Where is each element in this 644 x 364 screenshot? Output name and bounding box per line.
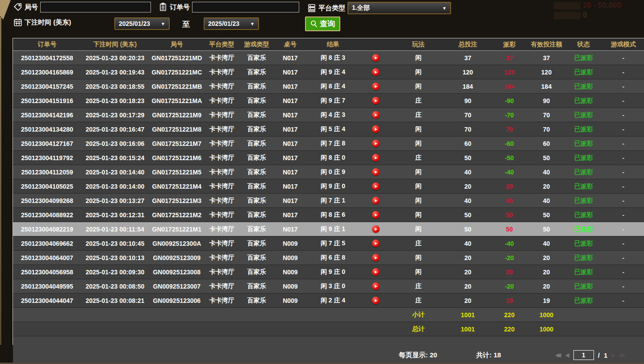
column-header: 状态 [565, 38, 603, 51]
table-no-cell: N017 [275, 136, 306, 151]
play-video-button[interactable] [372, 111, 380, 119]
play-video-button[interactable] [372, 254, 380, 261]
round-input[interactable] [40, 2, 151, 12]
payout-cell: 184 [490, 79, 529, 94]
first-page-button[interactable]: ◀◀ [555, 350, 561, 360]
table-row[interactable]: 2501230040696622025-01-23 00:10:45GN0092… [13, 236, 644, 251]
table-row[interactable]: 2501230041197922025-01-23 00:15:24GN0172… [13, 151, 644, 165]
total-cell: 40 [445, 165, 490, 179]
play-icon [375, 71, 377, 74]
round-cell: GN00925123009 [149, 251, 205, 265]
payout-cell: -50 [490, 151, 529, 165]
table-row[interactable]: 2501230040569582025-01-23 00:09:30GN0092… [13, 265, 644, 279]
play-cell: 闲 [391, 122, 445, 136]
play-video-button[interactable] [372, 297, 380, 304]
play-video-button[interactable] [372, 268, 380, 276]
last-page-button[interactable]: ▶▶ [619, 350, 625, 360]
next-page-button[interactable]: ▶ [611, 350, 615, 360]
play-cell: 庄 [391, 151, 445, 165]
mode-cell: - [602, 51, 644, 65]
table-row[interactable]: 2501230040992682025-01-23 00:13:27GN0172… [13, 194, 644, 208]
table-row[interactable]: 2501230041342802025-01-23 00:16:47GN0172… [13, 122, 644, 136]
prev-page-button[interactable]: ◀ [565, 350, 569, 360]
play-video-button[interactable] [372, 225, 380, 233]
per-page-text: 每页显示: 20 [399, 351, 437, 360]
column-header: 游戏模式 [602, 38, 644, 51]
status-cell: 已派彩 [565, 94, 603, 108]
play-video-button[interactable] [372, 240, 380, 247]
platform-cell: 卡卡湾厅 [205, 51, 238, 65]
id-cell: 250123004044047 [13, 294, 81, 308]
status-cell: 已派彩 [565, 79, 603, 94]
query-button[interactable]: 查询 [305, 17, 340, 31]
table-row-selected[interactable]: 2501230040822192025-01-23 00:11:54GN0172… [13, 222, 644, 236]
play-video-button[interactable] [372, 83, 380, 90]
subtotal-row: 小计10012201000 [13, 308, 644, 322]
platform-filter: 平台类型 1.全部 ▼ [307, 2, 451, 14]
column-header: 游戏类型 [238, 38, 275, 51]
table-no-cell: N009 [275, 251, 306, 265]
table-row[interactable]: 2501230041421962025-01-23 00:17:29GN0172… [13, 108, 644, 122]
date-from-picker[interactable]: 2025/01/23 ▼ [114, 17, 170, 30]
time-cell: 2025-01-23 00:17:29 [81, 108, 149, 122]
table-row[interactable]: 2501230040495952025-01-23 00:08:50GN0092… [13, 279, 644, 294]
video-cell [360, 236, 391, 251]
id-cell: 250123004151916 [13, 94, 81, 108]
play-video-button[interactable] [372, 197, 380, 204]
date-to-picker[interactable]: 2025/01/23 ▼ [204, 17, 259, 30]
query-button-label: 查询 [320, 19, 335, 29]
platform-select[interactable]: 1.全部 ▼ [347, 2, 451, 14]
play-video-button[interactable] [372, 140, 380, 147]
play-video-button[interactable] [372, 154, 380, 161]
play-video-button[interactable] [372, 282, 380, 290]
game-cell: 百家乐 [238, 136, 275, 151]
play-video-button[interactable] [372, 211, 380, 219]
play-video-button[interactable] [372, 182, 380, 190]
platform-cell: 卡卡湾厅 [205, 65, 238, 79]
order-input[interactable] [192, 2, 299, 12]
table-header-row: 订单号下注时间 (美东)局号平台类型游戏类型桌号结果玩法总投注派彩有效投注额状态… [13, 38, 644, 51]
mode-cell: - [602, 151, 644, 165]
play-cell: 闲 [391, 251, 445, 265]
table-row[interactable]: 2501230040440472025-01-23 00:08:21GN0092… [13, 294, 644, 308]
table-row[interactable]: 2501230041050252025-01-23 00:14:00GN0172… [13, 179, 644, 194]
game-cell: 百家乐 [238, 165, 275, 179]
total-cell: 37 [445, 51, 490, 65]
summary-total-value: 1001 [445, 322, 490, 336]
play-video-button[interactable] [372, 125, 380, 133]
table-row[interactable]: 2501230040640072025-01-23 00:10:13GN0092… [13, 251, 644, 265]
play-icon [375, 99, 377, 102]
play-video-button[interactable] [372, 68, 380, 76]
game-cell: 百家乐 [238, 122, 275, 136]
id-cell: 250123004157245 [13, 79, 81, 94]
play-video-button[interactable] [372, 168, 380, 176]
total-cell: 40 [445, 194, 490, 208]
time-cell: 2025-01-23 00:10:45 [81, 236, 149, 251]
game-cell: 百家乐 [238, 265, 275, 279]
table-row[interactable]: 2501230040889222025-01-23 00:12:31GN0172… [13, 208, 644, 222]
table-no-cell: N009 [275, 265, 306, 279]
result-cell: 闲 9 庄 7 [306, 94, 360, 108]
valid-cell: 70 [528, 122, 565, 136]
table-row[interactable]: 2501230041120592025-01-23 00:14:40GN0172… [13, 165, 644, 179]
play-cell: 闲 [391, 265, 445, 279]
play-cell: 庄 [391, 294, 445, 308]
game-cell: 百家乐 [238, 108, 275, 122]
mode-cell: - [602, 79, 644, 94]
table-row[interactable]: 2501230041519162025-01-23 00:18:23GN0172… [13, 94, 644, 108]
play-video-button[interactable] [372, 54, 380, 62]
table-row[interactable]: 2501230041658692025-01-23 00:19:43GN0172… [13, 65, 644, 79]
platform-label: 平台类型 [318, 4, 345, 12]
table-row[interactable]: 2501230041725582025-01-23 00:20:23GN0172… [13, 51, 644, 65]
platform-selected-value: 1.全部 [352, 4, 370, 12]
page-number-input[interactable]: 1 [573, 350, 594, 360]
table-row[interactable]: 2501230041572452025-01-23 00:18:55GN0172… [13, 79, 644, 94]
play-icon [375, 157, 377, 159]
mode-cell: - [602, 236, 644, 251]
status-cell: 已派彩 [565, 51, 603, 65]
result-cell: 闲 8 庄 4 [306, 79, 360, 94]
table-row[interactable]: 2501230041271672025-01-23 00:16:06GN0172… [13, 136, 644, 151]
summary-label: 总计 [391, 322, 445, 336]
play-video-button[interactable] [372, 97, 380, 104]
summary-payout-value: 220 [490, 322, 529, 336]
